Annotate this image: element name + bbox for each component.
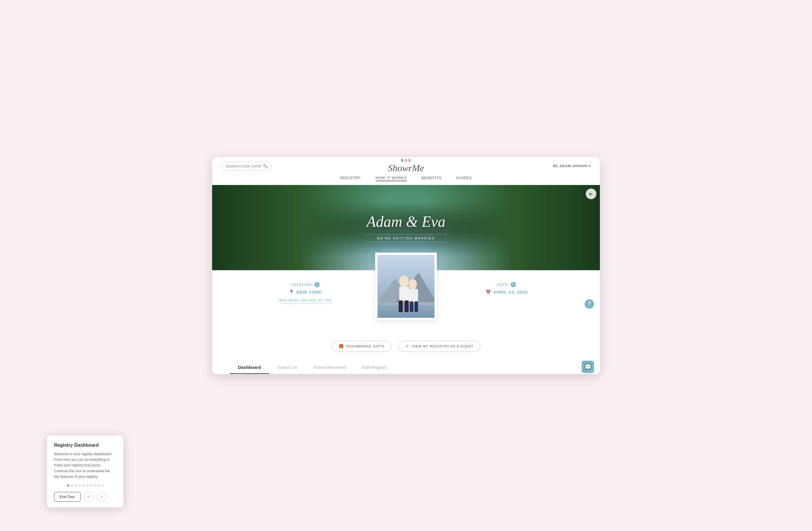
browser-frame: 🔍 ShowrMe HI, ADAM JONSON ▾ REGISTRY HOW… [212,157,600,374]
nav-how-it-works[interactable]: HOW IT WORKS [376,176,407,181]
logo-drops [388,159,424,162]
nav-benefits[interactable]: BENEFITS [422,176,441,181]
date-block: DATE: ? 📅 APRIL 02, 2020 [437,270,576,301]
search-icon: 🔍 [263,164,268,168]
trees-right [425,185,600,270]
chat-button[interactable]: 💬 [582,361,594,373]
end-tour-button[interactable]: End Tour [54,492,81,502]
tab-guest-list[interactable]: Guest List [269,363,306,374]
svg-rect-5 [399,287,409,301]
location-pin-icon: 📍 [289,290,295,295]
tour-dot-5 [82,484,85,487]
svg-rect-9 [409,289,418,302]
date-info-icon[interactable]: ? [511,282,516,287]
tour-dot-9 [98,484,100,487]
gift-icon: 🎁 [338,344,344,349]
hero-photo-button[interactable]: ▶ [586,189,596,199]
site-header: 🔍 ShowrMe HI, ADAM JONSON ▾ [212,157,600,173]
svg-point-4 [399,276,409,287]
date-value: 📅 APRIL 02, 2020 [443,290,570,295]
tour-dot-1 [67,484,69,487]
tour-dot-3 [75,484,77,487]
location-info-icon[interactable]: ? [314,282,320,287]
tour-dot-6 [86,484,88,487]
dashboard-tabs: Dashboard Guest List Funds Received Edit… [212,360,600,374]
tour-dot-10 [101,484,104,487]
site-nav: REGISTRY HOW IT WORKS BENEFITS GUIDES [212,173,600,185]
user-menu[interactable]: HI, ADAM JONSON ▾ [553,164,591,168]
location-city: 📍 NEW YORK [242,290,369,295]
tab-edit-registry[interactable]: Edit Registry [354,363,395,374]
logo-text: ShowrMe [388,163,424,174]
hero-title: Adam & Eva [367,213,446,230]
tab-dashboard[interactable]: Dashboard [230,363,269,374]
svg-rect-7 [405,300,409,312]
tour-prev-button[interactable]: < [84,492,93,502]
calendar-icon: 📅 [485,290,492,295]
svg-point-8 [409,279,417,290]
user-greeting: HI, ADAM JONSON [553,164,587,168]
trees-left [212,185,387,270]
add-manage-gifts-button[interactable]: 🎁 ADD/MANAGE GIFTS [332,341,391,352]
site-logo[interactable]: ShowrMe [388,159,424,174]
tour-next-button[interactable]: > [97,492,106,502]
svg-rect-11 [415,301,418,312]
view-registry-guest-button[interactable]: 👁 VIEW MY REGISTRY AS A GUEST [398,341,480,352]
eye-icon: 👁 [405,344,409,349]
tour-body: Welcome to your registry dashboard! From… [54,452,116,480]
tour-dot-4 [78,484,81,487]
tour-dot-8 [94,484,96,487]
nav-guides[interactable]: GUIDES [456,176,472,181]
help-button[interactable]: ? [585,299,594,309]
tour-dots [54,484,116,487]
svg-rect-10 [410,301,414,312]
location-address: 9050 2nd Rd. New York, NY 1002 [279,298,332,304]
action-buttons: 🎁 ADD/MANAGE GIFTS 👁 VIEW MY REGISTRY AS… [212,338,600,360]
location-block: LOCATION: ? 📍 NEW YORK 9050 2nd Rd. New … [236,270,375,309]
drop-pink [408,159,411,162]
search-input[interactable] [226,164,261,168]
tour-dot-2 [71,484,73,487]
nav-registry[interactable]: REGISTRY [340,176,361,181]
couple-photo-wrapper [375,253,437,320]
tab-funds-received[interactable]: Funds Received [306,363,354,374]
drop-blue [401,159,404,162]
svg-rect-6 [398,300,403,312]
couple-photo [377,255,435,318]
hero-subtitle: WE'RE GETTING MARRIED [365,234,447,242]
search-bar[interactable]: 🔍 [221,162,272,171]
location-label: LOCATION: ? [242,282,369,287]
user-dropdown-icon: ▾ [589,164,591,168]
tour-actions: End Tour < > [54,492,116,502]
tour-title: Registry Dashboard [54,443,116,448]
drop-peach [405,159,407,162]
profile-section: LOCATION: ? 📍 NEW YORK 9050 2nd Rd. New … [212,270,600,338]
tour-popup: Registry Dashboard Welcome to your regis… [47,436,124,507]
date-label: DATE: ? [443,282,570,287]
tour-dot-7 [90,484,92,487]
